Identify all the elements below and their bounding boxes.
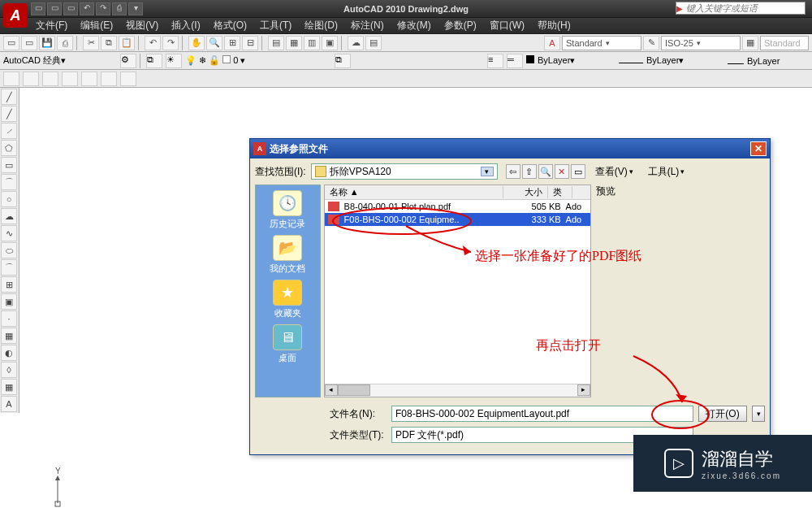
place-desktop[interactable]: 🖥桌面 [259, 324, 316, 364]
qat-open-icon[interactable]: ▭ [47, 2, 62, 15]
up-icon[interactable]: ⇧ [522, 164, 537, 179]
menu-edit[interactable]: 编辑(E) [76, 19, 118, 33]
arc-icon[interactable]: ⌒ [1, 174, 17, 190]
insert-icon[interactable]: ⊞ [1, 276, 17, 293]
workspace-combo[interactable]: AutoCAD 经典▾ [3, 54, 117, 67]
menu-parametric[interactable]: 参数(P) [439, 19, 482, 33]
dialog-tools-button[interactable]: 工具(L)▾ [643, 165, 690, 179]
file-list-header[interactable]: 名称 ▲ 大小 类 [325, 185, 590, 200]
vp-four-icon[interactable] [62, 72, 78, 86]
newfolder-icon[interactable]: ▭ [571, 164, 585, 179]
ltype-icon[interactable]: ≡ [487, 54, 503, 68]
file-list[interactable]: 名称 ▲ 大小 类 B8-040-00-01 Plot plan.pdf 505… [324, 185, 591, 397]
menu-dimension[interactable]: 标注(N) [346, 19, 389, 33]
qat-more-icon[interactable]: ▾ [128, 2, 143, 15]
zoom-prev-icon[interactable]: ⊟ [242, 36, 258, 50]
text-style-combo[interactable]: Standard▾ [562, 36, 641, 50]
chevron-down-icon[interactable]: ▾ [481, 167, 494, 176]
mtext-icon[interactable]: A [1, 396, 17, 412]
table-style-combo[interactable]: Standard [760, 36, 809, 50]
layer-combo[interactable]: 💡 ❄ 🔓 0 ▾ [185, 55, 331, 66]
qat-undo-icon[interactable]: ↶ [80, 2, 94, 15]
layer-properties-icon[interactable]: ⧉ [146, 54, 162, 68]
properties-icon[interactable]: ▤ [268, 36, 284, 50]
place-mydocs[interactable]: 📂我的文档 [259, 235, 316, 275]
menu-insert[interactable]: 插入(I) [166, 19, 205, 33]
new-icon[interactable]: ▭ [3, 36, 19, 50]
place-favorites[interactable]: ★收藏夹 [259, 280, 316, 319]
line-icon[interactable]: ╱ [1, 89, 17, 105]
qcalc-icon[interactable]: ▤ [365, 36, 382, 50]
xline-icon[interactable]: ╱ [1, 106, 17, 122]
hscrollbar[interactable]: ◂ ▸ [325, 384, 590, 397]
redo2-icon[interactable]: ↷ [162, 36, 179, 50]
qat-new-icon[interactable]: ▭ [31, 2, 45, 15]
rectangle-icon[interactable]: ▭ [1, 157, 17, 173]
views-button[interactable]: 查看(V)▾ [590, 165, 638, 179]
pan-icon[interactable]: ✋ [188, 36, 205, 50]
textstyle-icon[interactable]: A [544, 36, 560, 50]
vp-clip-icon[interactable] [120, 72, 136, 86]
layerstate-icon[interactable]: ⧉ [335, 54, 351, 68]
dim-style-combo[interactable]: ISO-25▾ [661, 36, 741, 50]
col-type[interactable]: 类 [548, 186, 572, 198]
sheetset-icon[interactable]: ▣ [322, 36, 338, 50]
delete-icon[interactable]: ✕ [555, 164, 569, 179]
polygon-icon[interactable]: ⬠ [1, 140, 17, 156]
pline-icon[interactable]: ⟋ [1, 123, 17, 139]
vp-single-icon[interactable] [3, 72, 19, 86]
ellipse-icon[interactable]: ⬭ [1, 242, 17, 258]
revcloud-icon[interactable]: ☁ [1, 208, 17, 224]
menu-modify[interactable]: 修改(M) [392, 19, 436, 33]
dialog-titlebar[interactable]: A 选择参照文件 ✕ [250, 139, 770, 158]
lweight-icon[interactable]: ═ [507, 54, 523, 68]
workspace-settings-icon[interactable]: ⚙ [120, 54, 136, 68]
toolpalettes-icon[interactable]: ▥ [304, 36, 320, 50]
circle-icon[interactable]: ○ [1, 191, 17, 207]
file-row[interactable]: B8-040-00-01 Plot plan.pdf 505 KB Ado [325, 200, 590, 213]
qat-save-icon[interactable]: ▭ [63, 2, 78, 15]
lineweight-combo[interactable]: ByLayer [728, 56, 793, 66]
search-web-icon[interactable]: 🔍 [538, 164, 553, 179]
markup-icon[interactable]: ☁ [348, 36, 364, 50]
region-icon[interactable]: ◊ [1, 362, 17, 378]
menu-tools[interactable]: 工具(T) [255, 19, 296, 33]
scroll-thumb[interactable] [338, 384, 370, 396]
file-row-selected[interactable]: F08-BHS-000-002 Equipme.. 333 KB Ado [325, 213, 590, 226]
block-icon[interactable]: ▣ [1, 293, 17, 310]
gradient-icon[interactable]: ◐ [1, 345, 17, 361]
infocenter-search[interactable]: ▶ [676, 2, 806, 15]
save-icon[interactable]: 💾 [39, 36, 55, 50]
vp-two-icon[interactable] [23, 72, 39, 86]
layer-filter-icon[interactable]: ☀ [166, 54, 182, 68]
ellipsearc-icon[interactable]: ⌒ [1, 259, 17, 276]
menu-view[interactable]: 视图(V) [121, 19, 163, 33]
scroll-left-icon[interactable]: ◂ [325, 384, 338, 396]
tablestyle-icon[interactable]: ▦ [742, 36, 758, 50]
designcenter-icon[interactable]: ▦ [286, 36, 302, 50]
app-logo[interactable]: A [3, 3, 28, 28]
linetype-combo[interactable]: ByLayer▾ [619, 55, 724, 66]
hatch-icon[interactable]: ▦ [1, 328, 17, 344]
vp-three-icon[interactable] [42, 72, 58, 86]
search-input[interactable] [683, 3, 805, 13]
open-icon[interactable]: ▭ [21, 36, 37, 50]
menu-help[interactable]: 帮助(H) [533, 19, 576, 33]
paste-icon[interactable]: 📋 [119, 36, 135, 50]
qat-print-icon[interactable]: ⎙ [112, 2, 127, 15]
col-size[interactable]: 大小 [503, 186, 548, 198]
table-icon[interactable]: ▦ [1, 379, 17, 395]
lookin-combo[interactable]: 拆除VPSA120 ▾ [311, 163, 498, 180]
plot-icon[interactable]: ⎙ [57, 36, 73, 50]
close-icon[interactable]: ✕ [750, 141, 767, 156]
place-history[interactable]: 🕓历史记录 [259, 190, 316, 230]
back-icon[interactable]: ⇦ [506, 164, 520, 179]
cut-icon[interactable]: ✂ [83, 36, 99, 50]
point-icon[interactable]: · [1, 310, 17, 327]
menu-format[interactable]: 格式(O) [209, 19, 252, 33]
scroll-right-icon[interactable]: ▸ [577, 384, 590, 396]
menu-file[interactable]: 文件(F) [31, 19, 72, 33]
filename-input[interactable]: F08-BHS-000-002 EquipmentLayout.pdf [391, 406, 693, 422]
color-combo[interactable]: ByLayer▾ [526, 55, 615, 66]
zoom-icon[interactable]: 🔍 [206, 36, 222, 50]
